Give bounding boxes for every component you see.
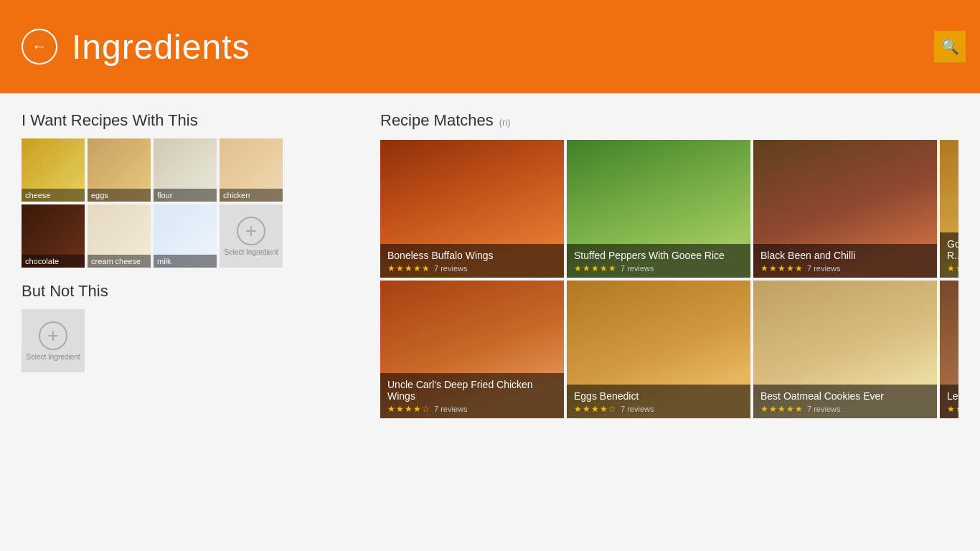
header: ← Ingredients 🔍 bbox=[0, 0, 980, 93]
recipe-stars-peppers: ★★★★★ bbox=[574, 263, 617, 273]
recipe-name-buffalo: Boneless Buffalo Wings bbox=[387, 250, 557, 261]
recipe-stars-buffalo: ★★★★★ bbox=[387, 263, 430, 273]
exclude-ingredient-grid: + Select Ingredient bbox=[22, 309, 352, 372]
recipe-overlay-oatmeal: Best Oatmeal Cookies Ever ★★★★★ 7 review… bbox=[753, 385, 937, 418]
recipe-matches-title: Recipe Matches bbox=[380, 111, 494, 130]
recipe-name-benedict: Eggs Benedict bbox=[574, 390, 743, 402]
recipe-reviews-peppers: 7 reviews bbox=[621, 264, 654, 273]
recipe-card-peppers[interactable]: Stuffed Peppers With Gooee Rice ★★★★★ 7 … bbox=[567, 140, 750, 278]
recipe-rating-golden: ★★★ bbox=[947, 263, 958, 273]
ingredient-flour[interactable]: flour bbox=[154, 138, 217, 202]
recipe-rating-benedict: ★★★★☆ 7 reviews bbox=[574, 404, 743, 414]
recipe-card-buffalo[interactable]: Boneless Buffalo Wings ★★★★★ 7 reviews bbox=[380, 140, 564, 278]
recipe-reviews-buffalo: 7 reviews bbox=[434, 264, 467, 273]
search-icon: 🔍 bbox=[941, 38, 959, 55]
back-icon: ← bbox=[32, 37, 47, 56]
recipe-stars-benedict: ★★★★☆ bbox=[574, 404, 617, 414]
recipe-card-bean[interactable]: Black Been and Chilli ★★★★★ 7 reviews bbox=[753, 140, 937, 278]
recipe-name-golden: Golden R... bbox=[947, 238, 958, 261]
ingredient-eggs-label: eggs bbox=[88, 189, 151, 202]
recipe-overlay-chicken: Uncle Carl's Deep Fried Chicken Wings ★★… bbox=[380, 373, 564, 418]
recipe-rating-buffalo: ★★★★★ 7 reviews bbox=[387, 263, 557, 273]
recipe-stars-bean: ★★★★★ bbox=[760, 263, 804, 273]
recipe-card-legume[interactable]: Legume... ★★★ bbox=[940, 281, 958, 418]
recipe-reviews-chicken: 7 reviews bbox=[434, 405, 467, 413]
recipe-name-oatmeal: Best Oatmeal Cookies Ever bbox=[760, 390, 930, 402]
recipe-rating-legume: ★★★ bbox=[947, 404, 958, 414]
recipe-overlay-golden: Golden R... ★★★ bbox=[940, 232, 958, 278]
content-area: I Want Recipes With This cheese eggs flo… bbox=[0, 93, 980, 551]
recipe-overlay-peppers: Stuffed Peppers With Gooee Rice ★★★★★ 7 … bbox=[567, 244, 750, 278]
ingredient-flour-label: flour bbox=[154, 189, 217, 202]
recipe-name-peppers: Stuffed Peppers With Gooee Rice bbox=[574, 250, 743, 261]
ingredient-cheese-label: cheese bbox=[22, 189, 85, 202]
ingredient-chocolate[interactable]: chocolate bbox=[22, 204, 85, 268]
recipe-rating-oatmeal: ★★★★★ 7 reviews bbox=[760, 404, 930, 414]
recipe-card-golden[interactable]: Golden R... ★★★ bbox=[940, 140, 958, 278]
search-button[interactable]: 🔍 bbox=[934, 31, 966, 62]
ingredient-cream-cheese-label: cream cheese bbox=[88, 255, 151, 268]
recipe-overlay-buffalo: Boneless Buffalo Wings ★★★★★ 7 reviews bbox=[380, 244, 564, 278]
ingredient-chicken-label: chicken bbox=[220, 189, 283, 202]
ingredient-eggs[interactable]: eggs bbox=[88, 138, 151, 202]
recipe-name-bean: Black Been and Chilli bbox=[760, 250, 930, 261]
select-ingredient-label: Select Ingredient bbox=[224, 248, 278, 256]
page-title: Ingredients bbox=[72, 27, 250, 67]
recipe-stars-oatmeal: ★★★★★ bbox=[760, 404, 804, 414]
ingredient-chocolate-label: chocolate bbox=[22, 255, 85, 268]
recipe-rating-peppers: ★★★★★ 7 reviews bbox=[574, 263, 743, 273]
recipe-card-oatmeal[interactable]: Best Oatmeal Cookies Ever ★★★★★ 7 review… bbox=[753, 281, 937, 418]
recipe-rating-chicken: ★★★★☆ 7 reviews bbox=[387, 404, 557, 414]
want-section-title: I Want Recipes With This bbox=[22, 111, 352, 130]
recipe-reviews-bean: 7 reviews bbox=[807, 264, 840, 273]
recipe-card-benedict[interactable]: Eggs Benedict ★★★★☆ 7 reviews bbox=[567, 281, 750, 418]
recipe-rating-bean: ★★★★★ 7 reviews bbox=[760, 263, 930, 273]
ingredient-milk-label: milk bbox=[154, 255, 217, 268]
left-panel: I Want Recipes With This cheese eggs flo… bbox=[22, 111, 352, 533]
recipe-overlay-benedict: Eggs Benedict ★★★★☆ 7 reviews bbox=[567, 385, 750, 418]
recipe-name-legume: Legume... bbox=[947, 390, 958, 402]
recipe-name-chicken: Uncle Carl's Deep Fried Chicken Wings bbox=[387, 379, 557, 402]
recipe-overlay-bean: Black Been and Chilli ★★★★★ 7 reviews bbox=[753, 244, 937, 278]
recipe-reviews-oatmeal: 7 reviews bbox=[807, 405, 840, 413]
select-ingredient-label-2: Select Ingredient bbox=[26, 353, 80, 361]
not-section-title: But Not This bbox=[22, 282, 352, 301]
recipe-grid: Boneless Buffalo Wings ★★★★★ 7 reviews S… bbox=[380, 140, 958, 418]
recipe-reviews-benedict: 7 reviews bbox=[621, 405, 654, 413]
ingredient-cream-cheese[interactable]: cream cheese bbox=[88, 204, 151, 268]
plus-icon-2: + bbox=[39, 321, 67, 350]
add-exclude-ingredient-button[interactable]: + Select Ingredient bbox=[22, 309, 85, 372]
ingredient-cheese[interactable]: cheese bbox=[22, 138, 85, 202]
add-want-ingredient-button[interactable]: + Select Ingredient bbox=[220, 204, 283, 268]
back-button[interactable]: ← bbox=[22, 29, 57, 65]
recipe-card-chicken[interactable]: Uncle Carl's Deep Fried Chicken Wings ★★… bbox=[380, 281, 564, 418]
ingredient-milk[interactable]: milk bbox=[154, 204, 217, 268]
want-ingredient-grid: cheese eggs flour chicken chocolate c bbox=[22, 138, 352, 268]
plus-icon: + bbox=[237, 217, 265, 245]
right-panel: Recipe Matches (n) Boneless Buffalo Wing… bbox=[380, 111, 958, 533]
recipe-matches-count: (n) bbox=[499, 117, 511, 128]
ingredient-chicken[interactable]: chicken bbox=[220, 138, 283, 202]
recipe-overlay-legume: Legume... ★★★ bbox=[940, 385, 958, 418]
recipe-stars-golden: ★★★ bbox=[947, 263, 958, 273]
recipe-stars-legume: ★★★ bbox=[947, 404, 958, 414]
recipe-matches-header: Recipe Matches (n) bbox=[380, 111, 958, 130]
recipe-stars-chicken: ★★★★☆ bbox=[387, 404, 430, 414]
